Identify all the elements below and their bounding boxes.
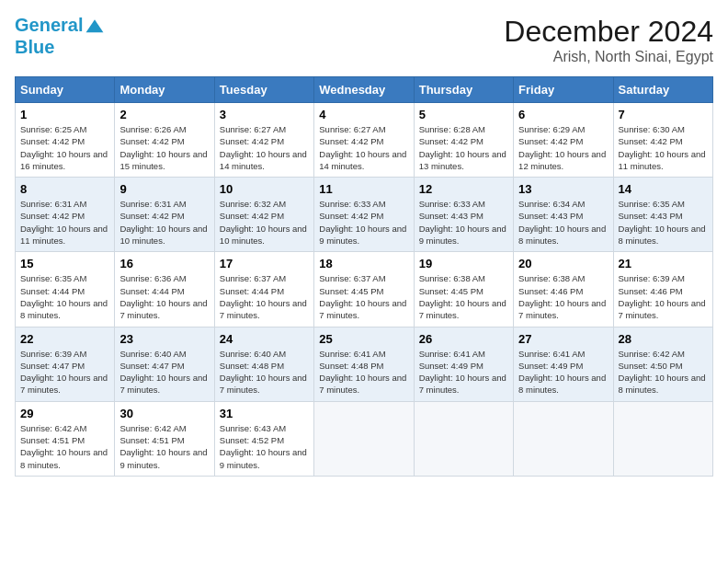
header-sunday: Sunday xyxy=(16,77,115,103)
day-detail: Sunrise: 6:31 AM Sunset: 4:42 PM Dayligh… xyxy=(119,198,209,247)
header-friday: Friday xyxy=(514,77,613,103)
day-cell-26: 26 Sunrise: 6:41 AM Sunset: 4:49 PM Dayl… xyxy=(414,327,513,401)
day-detail: Sunrise: 6:35 AM Sunset: 4:44 PM Dayligh… xyxy=(20,272,109,321)
logo: General Blue xyxy=(15,15,105,58)
day-detail: Sunrise: 6:39 AM Sunset: 4:46 PM Dayligh… xyxy=(619,272,708,321)
day-cell-10: 10 Sunrise: 6:32 AM Sunset: 4:42 PM Dayl… xyxy=(214,178,313,252)
day-detail: Sunrise: 6:29 AM Sunset: 4:42 PM Dayligh… xyxy=(518,123,608,172)
day-number: 21 xyxy=(619,257,708,270)
day-number: 16 xyxy=(119,257,209,270)
day-detail: Sunrise: 6:43 AM Sunset: 4:52 PM Dayligh… xyxy=(220,422,309,471)
day-detail: Sunrise: 6:35 AM Sunset: 4:43 PM Dayligh… xyxy=(619,198,708,247)
week-row-2: 8 Sunrise: 6:31 AM Sunset: 4:42 PM Dayli… xyxy=(16,178,713,252)
calendar-header-row: SundayMondayTuesdayWednesdayThursdayFrid… xyxy=(16,77,713,103)
logo-text: General xyxy=(15,15,105,37)
day-detail: Sunrise: 6:39 AM Sunset: 4:47 PM Dayligh… xyxy=(20,348,109,396)
day-cell-11: 11 Sunrise: 6:33 AM Sunset: 4:42 PM Dayl… xyxy=(314,178,414,252)
day-number: 12 xyxy=(419,182,508,196)
day-number: 28 xyxy=(619,332,708,346)
month-title: December 2024 xyxy=(504,15,713,49)
day-number: 29 xyxy=(20,407,109,420)
day-number: 31 xyxy=(220,407,309,420)
empty-cell xyxy=(613,401,712,476)
day-number: 24 xyxy=(220,332,309,346)
day-cell-17: 17 Sunrise: 6:37 AM Sunset: 4:44 PM Dayl… xyxy=(214,252,313,327)
day-number: 14 xyxy=(619,182,708,196)
day-number: 3 xyxy=(220,108,309,121)
day-number: 10 xyxy=(220,182,309,196)
day-cell-5: 5 Sunrise: 6:28 AM Sunset: 4:42 PM Dayli… xyxy=(414,103,513,178)
day-number: 13 xyxy=(518,182,608,196)
day-cell-25: 25 Sunrise: 6:41 AM Sunset: 4:48 PM Dayl… xyxy=(314,327,414,401)
day-number: 18 xyxy=(319,257,408,270)
day-cell-14: 14 Sunrise: 6:35 AM Sunset: 4:43 PM Dayl… xyxy=(613,178,712,252)
day-number: 5 xyxy=(419,108,508,121)
header-wednesday: Wednesday xyxy=(314,77,414,103)
day-cell-6: 6 Sunrise: 6:29 AM Sunset: 4:42 PM Dayli… xyxy=(514,103,613,178)
day-cell-19: 19 Sunrise: 6:38 AM Sunset: 4:45 PM Dayl… xyxy=(414,252,513,327)
header-thursday: Thursday xyxy=(414,77,513,103)
logo-blue: Blue xyxy=(15,37,105,58)
day-cell-12: 12 Sunrise: 6:33 AM Sunset: 4:43 PM Dayl… xyxy=(414,178,513,252)
day-cell-1: 1 Sunrise: 6:25 AM Sunset: 4:42 PM Dayli… xyxy=(16,103,115,178)
day-cell-7: 7 Sunrise: 6:30 AM Sunset: 4:42 PM Dayli… xyxy=(613,103,712,178)
day-detail: Sunrise: 6:31 AM Sunset: 4:42 PM Dayligh… xyxy=(20,198,109,247)
day-cell-27: 27 Sunrise: 6:41 AM Sunset: 4:49 PM Dayl… xyxy=(514,327,613,401)
week-row-3: 15 Sunrise: 6:35 AM Sunset: 4:44 PM Dayl… xyxy=(16,252,713,327)
day-number: 26 xyxy=(419,332,508,346)
day-detail: Sunrise: 6:42 AM Sunset: 4:51 PM Dayligh… xyxy=(20,422,109,471)
day-detail: Sunrise: 6:38 AM Sunset: 4:45 PM Dayligh… xyxy=(419,272,508,321)
day-number: 27 xyxy=(518,332,608,346)
day-number: 6 xyxy=(518,108,608,121)
day-cell-20: 20 Sunrise: 6:38 AM Sunset: 4:46 PM Dayl… xyxy=(514,252,613,327)
empty-cell xyxy=(414,401,513,476)
day-detail: Sunrise: 6:42 AM Sunset: 4:50 PM Dayligh… xyxy=(619,348,708,396)
day-cell-8: 8 Sunrise: 6:31 AM Sunset: 4:42 PM Dayli… xyxy=(16,178,115,252)
day-number: 4 xyxy=(319,108,408,121)
day-cell-30: 30 Sunrise: 6:42 AM Sunset: 4:51 PM Dayl… xyxy=(115,401,214,476)
day-detail: Sunrise: 6:41 AM Sunset: 4:49 PM Dayligh… xyxy=(518,348,608,396)
day-number: 2 xyxy=(119,108,209,121)
day-detail: Sunrise: 6:28 AM Sunset: 4:42 PM Dayligh… xyxy=(419,123,508,172)
day-detail: Sunrise: 6:37 AM Sunset: 4:45 PM Dayligh… xyxy=(319,272,408,321)
logo-icon xyxy=(85,17,105,37)
day-cell-2: 2 Sunrise: 6:26 AM Sunset: 4:42 PM Dayli… xyxy=(115,103,214,178)
day-cell-23: 23 Sunrise: 6:40 AM Sunset: 4:47 PM Dayl… xyxy=(115,327,214,401)
day-cell-22: 22 Sunrise: 6:39 AM Sunset: 4:47 PM Dayl… xyxy=(16,327,115,401)
day-cell-21: 21 Sunrise: 6:39 AM Sunset: 4:46 PM Dayl… xyxy=(613,252,712,327)
week-row-4: 22 Sunrise: 6:39 AM Sunset: 4:47 PM Dayl… xyxy=(16,327,713,401)
day-detail: Sunrise: 6:40 AM Sunset: 4:47 PM Dayligh… xyxy=(119,348,209,396)
day-detail: Sunrise: 6:33 AM Sunset: 4:42 PM Dayligh… xyxy=(319,198,408,247)
day-detail: Sunrise: 6:32 AM Sunset: 4:42 PM Dayligh… xyxy=(220,198,309,247)
day-detail: Sunrise: 6:37 AM Sunset: 4:44 PM Dayligh… xyxy=(220,272,309,321)
day-number: 17 xyxy=(220,257,309,270)
day-number: 22 xyxy=(20,332,109,346)
day-detail: Sunrise: 6:25 AM Sunset: 4:42 PM Dayligh… xyxy=(20,123,109,172)
day-cell-3: 3 Sunrise: 6:27 AM Sunset: 4:42 PM Dayli… xyxy=(214,103,313,178)
day-detail: Sunrise: 6:41 AM Sunset: 4:49 PM Dayligh… xyxy=(419,348,508,396)
day-cell-16: 16 Sunrise: 6:36 AM Sunset: 4:44 PM Dayl… xyxy=(115,252,214,327)
day-cell-31: 31 Sunrise: 6:43 AM Sunset: 4:52 PM Dayl… xyxy=(214,401,313,476)
day-detail: Sunrise: 6:41 AM Sunset: 4:48 PM Dayligh… xyxy=(319,348,408,396)
empty-cell xyxy=(514,401,613,476)
title-block: December 2024 Arish, North Sinai, Egypt xyxy=(504,15,713,65)
header-monday: Monday xyxy=(115,77,214,103)
day-number: 1 xyxy=(20,108,109,121)
day-number: 9 xyxy=(119,182,209,196)
week-row-5: 29 Sunrise: 6:42 AM Sunset: 4:51 PM Dayl… xyxy=(16,401,713,476)
day-detail: Sunrise: 6:33 AM Sunset: 4:43 PM Dayligh… xyxy=(419,198,508,247)
day-cell-15: 15 Sunrise: 6:35 AM Sunset: 4:44 PM Dayl… xyxy=(16,252,115,327)
day-number: 19 xyxy=(419,257,508,270)
day-number: 15 xyxy=(20,257,109,270)
day-detail: Sunrise: 6:26 AM Sunset: 4:42 PM Dayligh… xyxy=(119,123,209,172)
day-detail: Sunrise: 6:38 AM Sunset: 4:46 PM Dayligh… xyxy=(518,272,608,321)
day-number: 20 xyxy=(518,257,608,270)
day-number: 7 xyxy=(619,108,708,121)
day-cell-24: 24 Sunrise: 6:40 AM Sunset: 4:48 PM Dayl… xyxy=(214,327,313,401)
day-cell-18: 18 Sunrise: 6:37 AM Sunset: 4:45 PM Dayl… xyxy=(314,252,414,327)
day-number: 30 xyxy=(119,407,209,420)
day-detail: Sunrise: 6:34 AM Sunset: 4:43 PM Dayligh… xyxy=(518,198,608,247)
day-number: 25 xyxy=(319,332,408,346)
day-detail: Sunrise: 6:30 AM Sunset: 4:42 PM Dayligh… xyxy=(619,123,708,172)
empty-cell xyxy=(314,401,414,476)
